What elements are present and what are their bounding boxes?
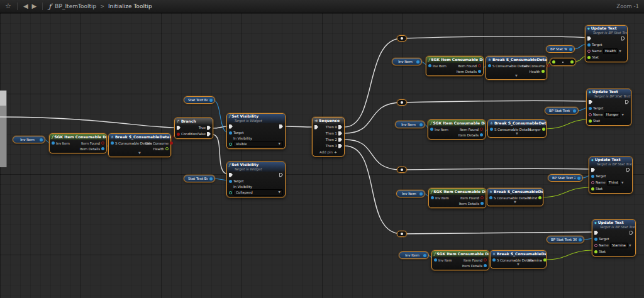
collapse-pins-icon[interactable]: ▼: [109, 152, 170, 155]
input-pin[interactable]: [591, 175, 594, 178]
name-field[interactable]: Thirst: [607, 180, 620, 185]
node-sgk-item-consumable-details[interactable]: ƒ SGK Item Consumable Details Inv Item I…: [426, 56, 484, 76]
output-pin[interactable]: [478, 64, 481, 67]
output-pin[interactable]: [423, 254, 426, 257]
input-pin[interactable]: [587, 50, 591, 53]
variable-stat-text-box[interactable]: Stat Text Box: [184, 96, 215, 104]
variable-inv-item[interactable]: Inv Item: [399, 251, 429, 259]
exec-out-pin[interactable]: [279, 173, 283, 177]
variable-inv-item[interactable]: Inv Item: [392, 58, 422, 65]
output-pin[interactable]: [480, 128, 483, 131]
exec-out-pin[interactable]: [338, 144, 342, 148]
input-pin[interactable]: [594, 244, 597, 247]
variable-bp-stat-text[interactable]: BP Stat Text 109: [545, 107, 579, 114]
input-pin[interactable]: [591, 187, 594, 190]
node-break-s-consumabledetails[interactable]: ⋔ Break S_ConsumableDetails S Consumable…: [487, 119, 547, 138]
input-pin[interactable]: [589, 119, 592, 123]
conversion-node[interactable]: [550, 58, 576, 66]
node-update-text[interactable]: ◆Update Text Target is BP Stat Text Targ…: [586, 89, 631, 126]
variable-stat-text-box[interactable]: Stat Text Box: [184, 175, 215, 182]
output-pin[interactable]: [419, 123, 423, 126]
output-pin[interactable]: [480, 196, 484, 199]
node-set-visibility-2[interactable]: ƒSet Visibility Target is Widget Target …: [226, 162, 286, 197]
input-pin[interactable]: [428, 64, 431, 67]
output-pin[interactable]: [101, 147, 104, 150]
reroute-node[interactable]: [397, 35, 407, 41]
node-break-s-consumabledetails[interactable]: ⋔ Break S_ConsumableDetails S Consumable…: [108, 133, 171, 157]
collapse-pins-icon[interactable]: ▼: [491, 263, 546, 267]
reroute-node[interactable]: [397, 231, 407, 237]
variable-bp-stat-text[interactable]: BP Stat Text: [546, 45, 575, 53]
exec-out-pin[interactable]: [338, 138, 342, 142]
node-branch[interactable]: ↱ Branch True Condition False: [174, 118, 213, 139]
input-pin[interactable]: [111, 141, 114, 145]
exec-in-pin[interactable]: [177, 126, 180, 130]
input-pin[interactable]: [430, 128, 433, 131]
variable-bp-stat-text[interactable]: BP Stat Text 244: [548, 174, 583, 182]
reroute-node[interactable]: [397, 99, 407, 106]
output-pin[interactable]: [416, 60, 419, 63]
chevron-down-icon[interactable]: ▼: [621, 113, 623, 116]
output-pin[interactable]: [569, 48, 572, 51]
breadcrumb-function[interactable]: Initialize Tooltip: [108, 3, 152, 9]
input-pin[interactable]: [589, 113, 592, 116]
input-pin[interactable]: [229, 131, 232, 135]
output-pin[interactable]: [542, 128, 545, 131]
output-pin[interactable]: [573, 109, 576, 113]
node-sgk-item-consumable-details[interactable]: ƒ SGK Item Consumable Details Inv Item I…: [49, 133, 107, 153]
visibility-dropdown[interactable]: Collapsed ▼: [233, 189, 283, 196]
output-pin[interactable]: [579, 238, 582, 241]
input-pin[interactable]: [591, 181, 594, 184]
output-pin[interactable]: [484, 258, 487, 262]
node-update-text[interactable]: ◆Update Text Target is BP Stat Text Targ…: [585, 25, 628, 62]
exec-out-pin[interactable]: [338, 125, 342, 130]
chevron-down-icon[interactable]: ▼: [629, 244, 631, 247]
exec-in-pin[interactable]: [314, 125, 318, 130]
collapse-pins-icon[interactable]: ▼: [486, 74, 547, 78]
node-break-s-consumabledetails[interactable]: ⋔ Break S_ConsumableDetails S Consumable…: [487, 188, 543, 206]
output-pin[interactable]: [419, 192, 423, 196]
name-field[interactable]: Stamina: [610, 243, 628, 248]
node-sgk-item-consumable-details[interactable]: ƒ SGK Item Consumable Details Inv Item I…: [428, 119, 486, 140]
exec-out-pin[interactable]: [630, 231, 633, 235]
variable-bp-stat-text[interactable]: BP Stat Text 360: [547, 236, 584, 243]
input-pin[interactable]: [434, 258, 437, 262]
input-pin[interactable]: [492, 258, 496, 262]
input-pin[interactable]: [229, 143, 232, 146]
node-sgk-item-consumable-details[interactable]: ƒ SGK Item Consumable Details Inv Item I…: [428, 188, 486, 208]
add-pin-button[interactable]: Add pin +: [313, 149, 344, 155]
left-scrollbar[interactable]: [0, 91, 7, 167]
input-pin[interactable]: [594, 250, 597, 253]
input-pin[interactable]: [489, 196, 492, 199]
output-pin[interactable]: [577, 177, 580, 180]
exec-out-pin[interactable]: [626, 168, 630, 172]
graph-canvas[interactable]: Inv Item ƒ SGK Item Consumable Details I…: [0, 13, 644, 298]
exec-out-pin[interactable]: [207, 126, 211, 130]
output-pin[interactable]: [170, 141, 173, 145]
input-pin[interactable]: [552, 60, 555, 63]
variable-inv-item[interactable]: Inv Item: [395, 121, 425, 128]
reroute-node[interactable]: [397, 167, 407, 173]
name-field[interactable]: Hunger: [604, 112, 621, 118]
exec-in-pin[interactable]: [594, 231, 598, 235]
nav-forward-icon[interactable]: ▶: [32, 0, 37, 13]
input-pin[interactable]: [587, 56, 591, 59]
input-pin[interactable]: [52, 141, 55, 145]
output-pin[interactable]: [480, 202, 484, 205]
node-update-text[interactable]: ◆Update Text Target is BP Stat Text Targ…: [592, 219, 636, 257]
node-update-text[interactable]: ◆Update Text Target is BP Stat Text Targ…: [589, 157, 633, 194]
exec-in-pin[interactable]: [229, 124, 233, 129]
collapse-pins-icon[interactable]: ▼: [487, 201, 543, 204]
output-pin[interactable]: [541, 70, 545, 73]
input-pin[interactable]: [587, 43, 591, 47]
output-pin[interactable]: [101, 141, 104, 145]
input-pin[interactable]: [229, 180, 232, 183]
exec-in-pin[interactable]: [229, 173, 233, 177]
favorite-star-icon[interactable]: ☆: [5, 0, 11, 13]
exec-in-pin[interactable]: [587, 36, 591, 41]
input-pin[interactable]: [488, 64, 491, 67]
output-pin[interactable]: [547, 64, 550, 67]
breadcrumb-blueprint[interactable]: BP_ItemTooltip: [55, 3, 96, 9]
node-sequence[interactable]: ⇉ Sequence Then 0 Then 1 Then 2 Then 3 A…: [312, 117, 345, 157]
input-pin[interactable]: [589, 107, 592, 110]
